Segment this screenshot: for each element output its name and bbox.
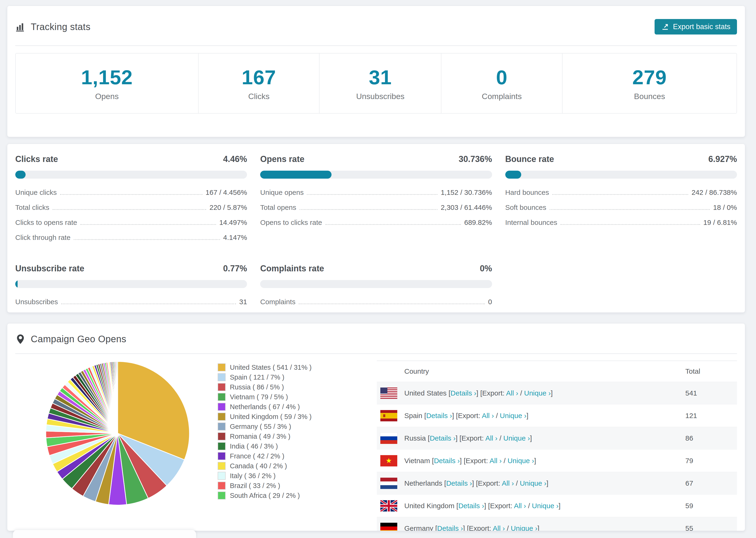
stat-row-value: 167 / 4.456% [206,188,247,196]
legend-label: Spain ( 121 / 7% ) [230,373,284,381]
stat-row-label: Soft bounces [505,203,546,211]
stat-row: Clicks to opens rate14.497% [15,219,247,227]
legend-item-united-kingdom[interactable]: United Kingdom ( 59 / 3% ) [218,413,349,421]
export-all-link[interactable]: All › [493,524,505,531]
geo-table-row-ru: Russia [Details ›] [Export: All › / Uniq… [377,427,737,449]
rate-stat-rows: Unique clicks167 / 4.456%Total clicks220… [15,188,247,242]
export-unique-link[interactable]: Unique › [532,502,559,510]
country-name: Spain [404,412,422,419]
rate-title: Opens rate [260,154,304,164]
details-link[interactable]: Details › [430,434,456,442]
rate-head: Opens rate30.736% [260,154,492,164]
legend-item-united-states[interactable]: United States ( 541 / 31% ) [218,363,349,371]
export-all-link[interactable]: All › [485,434,498,442]
dotted-leader [80,224,216,225]
export-unique-link[interactable]: Unique › [500,412,526,419]
progress-bar-fill [260,171,331,179]
legend-label: Germany ( 55 / 3% ) [230,423,291,430]
country-cell: Netherlands [Details ›] [Export: All › /… [404,479,674,487]
stat-row-value: 31 [239,298,247,306]
rate-title: Complaints rate [260,264,324,273]
rate-stat-rows: Hard bounces242 / 86.738%Soft bounces18 … [505,188,737,227]
details-link[interactable]: Details › [434,457,460,464]
export-all-link[interactable]: All › [514,502,526,510]
stat-row-label: Opens to clicks rate [260,219,322,227]
rate-title: Bounce rate [505,154,554,164]
rate-value: 4.46% [223,154,247,164]
stat-row-label: Hard bounces [505,188,549,196]
geo-table-row-us: United States [Details ›] [Export: All ›… [377,382,737,404]
summary-stat-unsubscribes: 31Unsubscribes [319,54,441,113]
export-unique-link[interactable]: Unique › [511,524,537,531]
details-link[interactable]: Details › [458,502,484,510]
legend-item-south-africa[interactable]: South Africa ( 29 / 2% ) [218,492,349,500]
country-total: 121 [674,412,737,420]
legend-swatch [218,373,226,381]
details-link[interactable]: Details › [446,479,472,487]
details-link[interactable]: Details › [426,412,452,419]
stat-row: Opens to clicks rate689.82% [260,219,492,227]
summary-stat-boxes: 1,152Opens167Clicks31Unsubscribes0Compla… [15,53,737,114]
rate-stat-rows: Complaints0 [260,298,492,306]
export-unique-link[interactable]: Unique › [520,479,546,487]
legend-item-france[interactable]: France ( 42 / 2% ) [218,452,349,460]
stat-row-label: Internal bounces [505,219,557,227]
geo-table-row-nl: Netherlands [Details ›] [Export: All › /… [377,472,737,494]
stat-row: Unique opens1,152 / 30.736% [260,188,492,196]
rate-block-complaints-rate: Complaints rate0%Complaints0 [260,264,492,313]
export-all-link[interactable]: All › [506,389,518,397]
rates-card: Clicks rate4.46%Unique clicks167 / 4.456… [7,144,745,313]
progress-bar-track [15,280,247,288]
legend-label: Romania ( 49 / 3% ) [230,433,291,440]
geo-title: Campaign Geo Opens [31,334,126,344]
summary-stat-value: 31 [369,66,392,89]
legend-item-germany[interactable]: Germany ( 55 / 3% ) [218,422,349,430]
summary-stat-label: Complaints [482,92,522,101]
summary-stat-clicks: 167Clicks [198,54,319,113]
legend-label: France ( 42 / 2% ) [230,452,284,460]
country-cell: United States [Details ›] [Export: All ›… [404,389,674,397]
tracking-stats-card: Tracking stats Export basic stats 1,152O… [7,6,745,137]
details-link[interactable]: Details › [437,524,463,531]
legend-item-brazil[interactable]: Brazil ( 33 / 2% ) [218,482,349,490]
rate-block-bounce-rate: Bounce rate6.927%Hard bounces242 / 86.73… [505,154,737,248]
legend-swatch [218,413,226,421]
legend-item-vietnam[interactable]: Vietnam ( 79 / 5% ) [218,393,349,401]
legend-label: United Kingdom ( 59 / 3% ) [230,413,311,421]
country-total: 541 [674,389,737,397]
export-unique-link[interactable]: Unique › [524,389,551,397]
rate-value: 0% [480,264,492,273]
export-button-label: Export basic stats [673,23,730,31]
rate-stat-rows: Unsubscribes31 [15,298,247,306]
geo-table-header: Country Total [377,361,737,382]
map-marker-icon [15,334,26,344]
legend-item-spain[interactable]: Spain ( 121 / 7% ) [218,373,349,381]
stat-row-value: 19 / 6.81% [703,219,737,227]
country-cell: United Kingdom [Details ›] [Export: All … [404,502,674,510]
export-all-link[interactable]: All › [502,479,514,487]
export-unique-link[interactable]: Unique › [503,434,530,442]
export-unique-link[interactable]: Unique › [508,457,534,464]
export-all-link[interactable]: All › [490,457,502,464]
legend-label: Russia ( 86 / 5% ) [230,383,284,391]
legend-item-russia[interactable]: Russia ( 86 / 5% ) [218,383,349,391]
stat-row-value: 1,152 / 30.736% [441,188,492,196]
stat-row-label: Complaints [260,298,296,306]
legend-item-india[interactable]: India ( 46 / 3% ) [218,442,349,450]
legend-item-canada[interactable]: Canada ( 40 / 2% ) [218,462,349,470]
legend-item-italy[interactable]: Italy ( 36 / 2% ) [218,472,349,480]
dotted-leader [552,194,688,195]
rate-head: Clicks rate4.46% [15,154,247,164]
legend-item-netherlands[interactable]: Netherlands ( 67 / 4% ) [218,403,349,411]
legend-item-romania[interactable]: Romania ( 49 / 3% ) [218,432,349,440]
summary-stat-bounces: 279Bounces [562,54,736,113]
export-basic-stats-button[interactable]: Export basic stats [655,19,737,34]
stat-row-value: 18 / 0% [713,203,737,211]
summary-stat-value: 279 [632,66,667,89]
stat-row-label: Unique clicks [15,188,57,196]
dotted-leader [561,224,700,225]
legend-swatch [218,432,226,440]
de-flag-icon [380,523,397,531]
export-all-link[interactable]: All › [482,412,494,419]
details-link[interactable]: Details › [451,389,476,397]
